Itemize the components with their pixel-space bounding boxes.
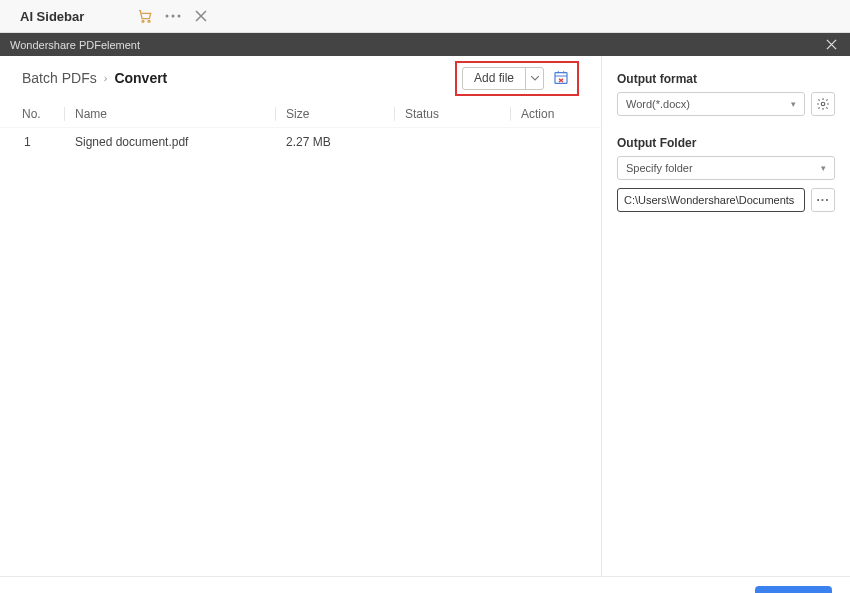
close-panel-icon[interactable] — [192, 7, 210, 25]
breadcrumb-current: Convert — [114, 70, 167, 86]
app-title: Wondershare PDFelement — [10, 39, 822, 51]
output-format-select[interactable]: Word(*.docx) ▾ — [617, 92, 805, 116]
table-header: No. Name Size Status Action — [0, 100, 601, 128]
add-file-label: Add file — [463, 71, 525, 85]
table-row[interactable]: 1 Signed document.pdf 2.27 MB — [0, 128, 601, 156]
col-header-no: No. — [22, 107, 64, 121]
svg-point-2 — [166, 15, 169, 18]
output-folder-path-input[interactable] — [617, 188, 805, 212]
sidebar-title: AI Sidebar — [20, 9, 84, 24]
clear-list-icon[interactable] — [552, 69, 570, 87]
svg-point-1 — [148, 20, 150, 22]
cell-no: 1 — [22, 135, 64, 149]
more-icon[interactable] — [164, 7, 182, 25]
cell-name: Signed document.pdf — [65, 135, 275, 149]
format-settings-button[interactable] — [811, 92, 835, 116]
svg-point-4 — [178, 15, 181, 18]
output-folder-mode-value: Specify folder — [626, 162, 693, 174]
col-header-size: Size — [276, 107, 394, 121]
svg-rect-5 — [555, 73, 567, 84]
output-folder-mode-select[interactable]: Specify folder ▾ — [617, 156, 835, 180]
cart-icon[interactable] — [136, 7, 154, 25]
close-icon[interactable] — [822, 36, 840, 54]
browse-folder-button[interactable]: ··· — [811, 188, 835, 212]
svg-point-3 — [172, 15, 175, 18]
svg-point-0 — [142, 20, 144, 22]
cell-size: 2.27 MB — [276, 135, 394, 149]
output-format-value: Word(*.docx) — [626, 98, 690, 110]
svg-point-6 — [821, 102, 825, 106]
add-file-highlight: Add file — [455, 61, 579, 96]
chevron-down-icon: ▾ — [791, 99, 796, 109]
col-header-status: Status — [395, 107, 510, 121]
chevron-down-icon[interactable] — [525, 67, 543, 90]
chevron-down-icon: ▾ — [821, 163, 826, 173]
chevron-right-icon: › — [104, 72, 108, 84]
add-file-button[interactable]: Add file — [462, 67, 544, 90]
col-header-action: Action — [511, 107, 579, 121]
output-format-label: Output format — [617, 72, 835, 86]
breadcrumb-root[interactable]: Batch PDFs — [22, 70, 97, 86]
apply-button[interactable]: Apply — [755, 586, 832, 594]
col-header-name: Name — [65, 107, 275, 121]
output-folder-label: Output Folder — [617, 136, 835, 150]
